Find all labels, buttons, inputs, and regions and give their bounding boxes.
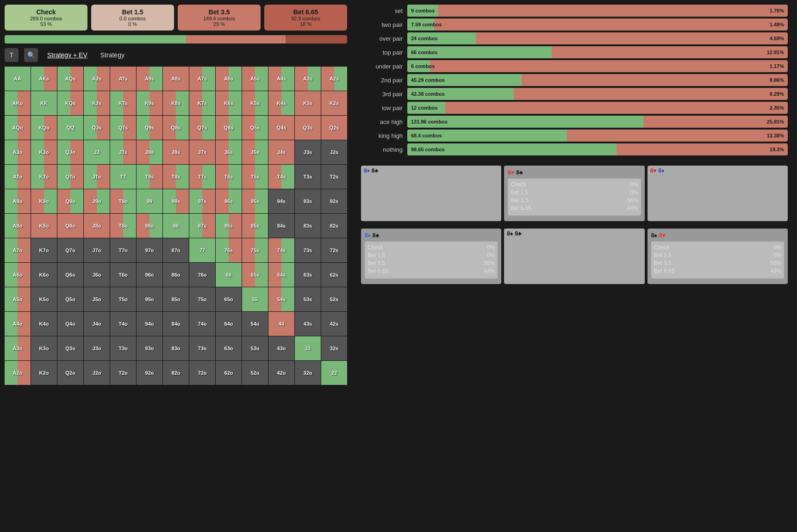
- grid-cell-t5s[interactable]: T5s: [242, 165, 268, 189]
- grid-cell-76o[interactable]: 76o: [189, 263, 215, 287]
- grid-cell-aa[interactable]: AA: [5, 67, 31, 91]
- grid-cell-65o[interactable]: 65o: [216, 287, 242, 311]
- grid-cell-j2s[interactable]: J2s: [321, 140, 347, 164]
- grid-cell-53s[interactable]: 53s: [295, 287, 321, 311]
- grid-cell-96s[interactable]: 96s: [216, 189, 242, 213]
- grid-cell-a4o[interactable]: A4o: [5, 312, 31, 336]
- grid-cell-q5o[interactable]: Q5o: [57, 287, 83, 311]
- text-tool-button[interactable]: T: [5, 48, 19, 62]
- grid-cell-t2o[interactable]: T2o: [110, 361, 136, 385]
- grid-cell-t7s[interactable]: T7s: [189, 165, 215, 189]
- grid-cell-k3o[interactable]: K3o: [31, 336, 57, 360]
- grid-cell-t8o[interactable]: T8o: [110, 214, 136, 238]
- grid-cell-a4s[interactable]: A4s: [268, 67, 294, 91]
- grid-cell-86s[interactable]: 86s: [216, 214, 242, 238]
- grid-cell-kqo[interactable]: KQo: [31, 116, 57, 140]
- grid-cell-kk[interactable]: KK: [31, 91, 57, 115]
- grid-cell-22[interactable]: 22: [321, 361, 347, 385]
- grid-cell-94o[interactable]: 94o: [137, 312, 162, 336]
- grid-cell-q8o[interactable]: Q8o: [57, 214, 83, 238]
- grid-cell-a8o[interactable]: A8o: [5, 214, 31, 238]
- grid-cell-95o[interactable]: 95o: [137, 287, 162, 311]
- grid-cell-aqs[interactable]: AQs: [57, 67, 83, 91]
- grid-cell-q7o[interactable]: Q7o: [57, 238, 83, 262]
- grid-cell-63s[interactable]: 63s: [295, 263, 321, 287]
- grid-cell-63o[interactable]: 63o: [216, 336, 242, 360]
- grid-cell-99[interactable]: 99: [137, 189, 162, 213]
- grid-cell-86o[interactable]: 86o: [163, 263, 189, 287]
- grid-cell-32s[interactable]: 32s: [321, 336, 347, 360]
- grid-cell-a2s[interactable]: A2s: [321, 67, 347, 91]
- grid-cell-76s[interactable]: 76s: [216, 238, 242, 262]
- grid-cell-74o[interactable]: 74o: [189, 312, 215, 336]
- grid-cell-a2o[interactable]: A2o: [5, 361, 31, 385]
- grid-cell-j5s[interactable]: J5s: [242, 140, 268, 164]
- grid-cell-qts[interactable]: QTs: [110, 116, 136, 140]
- grid-cell-q2o[interactable]: Q2o: [57, 361, 83, 385]
- grid-cell-88[interactable]: 88: [163, 214, 189, 238]
- grid-cell-73o[interactable]: 73o: [189, 336, 215, 360]
- grid-cell-q3o[interactable]: Q3o: [57, 336, 83, 360]
- grid-cell-62o[interactable]: 62o: [216, 361, 242, 385]
- grid-cell-j8s[interactable]: J8s: [163, 140, 189, 164]
- grid-cell-a9o[interactable]: A9o: [5, 189, 31, 213]
- grid-cell-j3o[interactable]: J3o: [84, 336, 110, 360]
- grid-cell-a7o[interactable]: A7o: [5, 238, 31, 262]
- grid-cell-jj[interactable]: JJ: [84, 140, 110, 164]
- grid-cell-qto[interactable]: QTo: [57, 165, 83, 189]
- grid-cell-75s[interactable]: 75s: [242, 238, 268, 262]
- grid-cell-t5o[interactable]: T5o: [110, 287, 136, 311]
- grid-cell-55[interactable]: 55: [242, 287, 268, 311]
- grid-cell-j9o[interactable]: J9o: [84, 189, 110, 213]
- grid-cell-k6o[interactable]: K6o: [31, 263, 57, 287]
- grid-cell-ajs[interactable]: AJs: [84, 67, 110, 91]
- grid-cell-k7o[interactable]: K7o: [31, 238, 57, 262]
- grid-cell-q9s[interactable]: Q9s: [137, 116, 162, 140]
- grid-cell-q6s[interactable]: Q6s: [216, 116, 242, 140]
- grid-cell-95s[interactable]: 95s: [242, 189, 268, 213]
- grid-cell-53o[interactable]: 53o: [242, 336, 268, 360]
- grid-cell-t3s[interactable]: T3s: [295, 165, 321, 189]
- grid-cell-kts[interactable]: KTs: [110, 91, 136, 115]
- grid-cell-52o[interactable]: 52o: [242, 361, 268, 385]
- grid-cell-62s[interactable]: 62s: [321, 263, 347, 287]
- grid-cell-43o[interactable]: 43o: [268, 336, 294, 360]
- grid-cell-j4o[interactable]: J4o: [84, 312, 110, 336]
- grid-cell-87s[interactable]: 87s: [189, 214, 215, 238]
- grid-cell-93o[interactable]: 93o: [137, 336, 162, 360]
- grid-cell-98s[interactable]: 98s: [163, 189, 189, 213]
- grid-cell-92o[interactable]: 92o: [137, 361, 162, 385]
- grid-cell-43s[interactable]: 43s: [295, 312, 321, 336]
- grid-cell-j6s[interactable]: J6s: [216, 140, 242, 164]
- grid-cell-a8s[interactable]: A8s: [163, 67, 189, 91]
- strategy-ev-button[interactable]: Strategy + EV: [44, 49, 91, 61]
- bet15-button[interactable]: Bet 1.5 0.0 combos 0 %: [91, 5, 174, 31]
- grid-cell-t4o[interactable]: T4o: [110, 312, 136, 336]
- grid-cell-k3s[interactable]: K3s: [295, 91, 321, 115]
- bet35-button[interactable]: Bet 3.5 149.4 combos 29 %: [178, 5, 261, 31]
- grid-cell-aqo[interactable]: AQo: [5, 116, 31, 140]
- grid-cell-a7s[interactable]: A7s: [189, 67, 215, 91]
- grid-cell-a6s[interactable]: A6s: [216, 67, 242, 91]
- grid-cell-85o[interactable]: 85o: [163, 287, 189, 311]
- grid-cell-72o[interactable]: 72o: [189, 361, 215, 385]
- grid-cell-k8s[interactable]: K8s: [163, 91, 189, 115]
- grid-cell-ato[interactable]: ATo: [5, 165, 31, 189]
- grid-cell-j8o[interactable]: J8o: [84, 214, 110, 238]
- grid-cell-73s[interactable]: 73s: [295, 238, 321, 262]
- grid-cell-q4s[interactable]: Q4s: [268, 116, 294, 140]
- grid-cell-qjo[interactable]: QJo: [57, 140, 83, 164]
- grid-cell-q4o[interactable]: Q4o: [57, 312, 83, 336]
- grid-cell-a5o[interactable]: A5o: [5, 287, 31, 311]
- grid-cell-q2s[interactable]: Q2s: [321, 116, 347, 140]
- grid-cell-32o[interactable]: 32o: [295, 361, 321, 385]
- grid-cell-98o[interactable]: 98o: [137, 214, 162, 238]
- grid-cell-k9s[interactable]: K9s: [137, 91, 162, 115]
- grid-cell-aks[interactable]: AKs: [31, 67, 57, 91]
- grid-cell-t7o[interactable]: T7o: [110, 238, 136, 262]
- grid-cell-82s[interactable]: 82s: [321, 214, 347, 238]
- grid-cell-k2o[interactable]: K2o: [31, 361, 57, 385]
- bet665-button[interactable]: Bet 6.65 92.9 combos 18 %: [264, 5, 347, 31]
- check-button[interactable]: Check 269.0 combos 53 %: [5, 5, 87, 31]
- grid-cell-k9o[interactable]: K9o: [31, 189, 57, 213]
